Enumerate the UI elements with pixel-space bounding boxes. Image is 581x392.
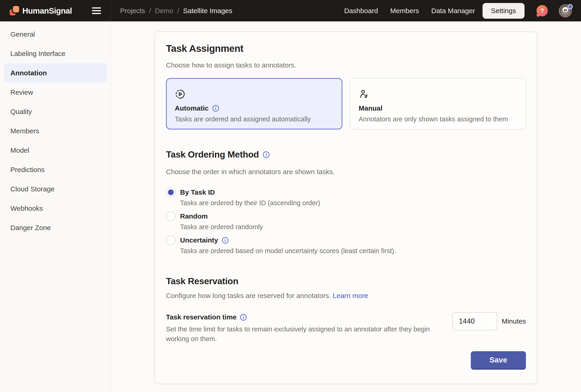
task-assignment-subtitle: Choose how to assign tasks to annotators… — [166, 61, 526, 70]
user-avatar[interactable] — [559, 4, 572, 17]
task-reservation-row: Task reservation time Set the time limit… — [166, 312, 526, 344]
main-content: Task Assignment Choose how to assign tas… — [111, 21, 581, 392]
radio-item-random: Random Tasks are ordered randomly — [166, 211, 526, 231]
sidebar-item-members[interactable]: Members — [4, 121, 106, 141]
assignment-option-cards: Automatic Tasks are ordered and assigned… — [166, 78, 526, 129]
breadcrumb: Projects / Demo / Satellite Images — [120, 7, 232, 15]
task-reservation-subtitle: Configure how long tasks are reserved fo… — [166, 291, 526, 300]
sidebar-item-danger-zone[interactable]: Danger Zone — [4, 218, 106, 237]
learn-more-link[interactable]: Learn more — [333, 292, 368, 299]
radio-description-uncertainty: Tasks are ordered based on model uncerta… — [180, 246, 526, 255]
sidebar-item-annotation[interactable]: Annotation — [4, 63, 106, 83]
top-bar: HumanSignal Projects / Demo / Satellite … — [0, 0, 581, 21]
annotation-settings-panel: Task Assignment Choose how to assign tas… — [154, 31, 538, 384]
save-button[interactable]: Save — [471, 351, 526, 370]
task-ordering-title: Task Ordering Method — [166, 149, 259, 160]
radio-row-by-task-id[interactable]: By Task ID — [166, 188, 526, 197]
reservation-time-label: Task reservation time — [166, 313, 236, 321]
manual-card-description: Annotators are only shown tasks assigned… — [359, 115, 526, 123]
humansignal-logo[interactable]: HumanSignal — [10, 6, 72, 15]
help-speech-bubble-icon[interactable]: ? — [536, 5, 548, 16]
radio-item-uncertainty: Uncertainty Tasks are ordered based on m… — [166, 235, 526, 255]
automatic-card-description: Tasks are ordered and assigned automatic… — [175, 115, 342, 123]
user-edit-icon — [359, 89, 370, 99]
nav-dashboard[interactable]: Dashboard — [344, 7, 378, 15]
info-circle-icon[interactable] — [212, 105, 219, 112]
topbar-right-section: Dashboard Members Data Manager Settings … — [332, 3, 581, 19]
automatic-card-title: Automatic — [175, 104, 209, 112]
radio-button-uncertainty[interactable] — [166, 235, 176, 245]
nav-members[interactable]: Members — [390, 7, 419, 15]
breadcrumb-separator: / — [177, 7, 179, 15]
task-reservation-title: Task Reservation — [166, 275, 238, 287]
manual-card-title: Manual — [359, 104, 382, 112]
nav-data-manager[interactable]: Data Manager — [431, 7, 475, 15]
radio-item-by-task-id: By Task ID Tasks are ordered by their ID… — [166, 188, 526, 207]
topbar-left-section: HumanSignal — [0, 0, 111, 21]
hamburger-menu-icon[interactable] — [92, 6, 102, 15]
reservation-input-group: Minutes — [452, 312, 526, 330]
breadcrumb-separator: / — [149, 7, 151, 15]
info-circle-icon[interactable] — [262, 151, 270, 158]
reservation-time-input[interactable] — [452, 312, 497, 330]
sidebar-item-predictions[interactable]: Predictions — [4, 160, 106, 180]
radio-row-uncertainty[interactable]: Uncertainty — [166, 235, 526, 245]
task-ordering-radio-group: By Task ID Tasks are ordered by their ID… — [166, 188, 526, 255]
task-assignment-title: Task Assignment — [166, 43, 526, 55]
radio-button-random[interactable] — [166, 211, 176, 221]
info-circle-icon[interactable] — [222, 237, 229, 244]
sidebar-item-review[interactable]: Review — [4, 83, 106, 102]
reservation-time-description: Set the time limit for tasks to remain e… — [166, 324, 438, 344]
sidebar-item-webhooks[interactable]: Webhooks — [4, 199, 106, 218]
humansignal-logo-icon — [10, 6, 19, 15]
save-row: Save — [166, 351, 526, 370]
logo-text: HumanSignal — [22, 6, 72, 15]
radio-description-random: Tasks are ordered randomly — [180, 222, 526, 231]
auto-assign-play-icon — [175, 89, 186, 99]
nav-settings-active[interactable]: Settings — [482, 3, 524, 19]
avatar-status-badge — [568, 4, 573, 9]
breadcrumb-project-name[interactable]: Demo — [155, 7, 174, 15]
task-reservation-subtitle-text: Configure how long tasks are reserved fo… — [166, 292, 331, 299]
sidebar-item-cloud-storage[interactable]: Cloud Storage — [4, 180, 106, 199]
radio-label-uncertainty: Uncertainty — [180, 236, 218, 244]
settings-sidebar: General Labeling Interface Annotation Re… — [0, 21, 111, 392]
sidebar-item-general[interactable]: General — [4, 25, 106, 44]
task-ordering-subtitle: Choose the order in which annotators are… — [166, 167, 526, 177]
reservation-field-info: Task reservation time Set the time limit… — [166, 312, 438, 344]
radio-description-by-task-id: Tasks are ordered by their ID (ascending… — [180, 198, 526, 207]
automatic-assignment-card[interactable]: Automatic Tasks are ordered and assigned… — [166, 78, 342, 129]
radio-row-random[interactable]: Random — [166, 211, 526, 221]
info-circle-icon[interactable] — [240, 314, 247, 321]
radio-label-by-task-id: By Task ID — [180, 189, 215, 196]
breadcrumb-projects[interactable]: Projects — [120, 7, 145, 15]
sidebar-item-quality[interactable]: Quality — [4, 102, 106, 121]
radio-label-random: Random — [180, 212, 208, 220]
breadcrumb-current-page: Satellite Images — [183, 7, 232, 15]
manual-assignment-card[interactable]: Manual Annotators are only shown tasks a… — [350, 78, 526, 129]
sidebar-item-labeling-interface[interactable]: Labeling Interface — [4, 44, 106, 63]
sidebar-item-model[interactable]: Model — [4, 141, 106, 160]
radio-button-by-task-id[interactable] — [166, 188, 176, 197]
reservation-unit-label: Minutes — [502, 317, 526, 325]
